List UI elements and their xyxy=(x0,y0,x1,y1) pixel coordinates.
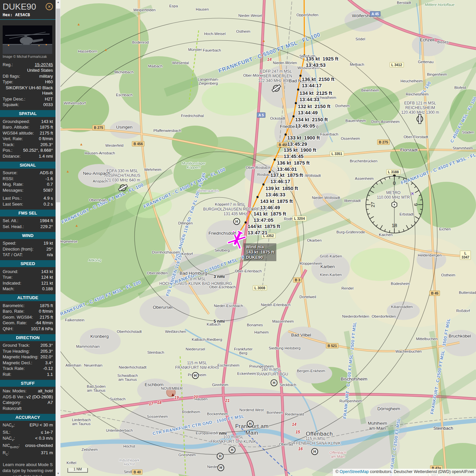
detail-label: Nav. Modes: xyxy=(3,388,26,394)
map-place-label: Heldenbergen xyxy=(418,253,442,257)
detail-row: Sel. Head.:229.2° xyxy=(0,224,56,230)
detail-row: ADS-B Ver.:v2 (DO-260B) xyxy=(0,394,56,400)
map-place-label: Friedrichsdorf xyxy=(209,231,236,236)
detail-label: QNH: xyxy=(3,326,14,332)
obstacle-icon: ▲ xyxy=(66,169,70,173)
map-place-label: Wiesental xyxy=(172,61,189,65)
detail-label: Sel. Head.: xyxy=(3,224,24,230)
sidebar-scrollbar[interactable]: ▲ ▼ xyxy=(56,0,60,476)
info-value: H60 xyxy=(45,79,53,85)
landuse-areas xyxy=(36,3,476,476)
detail-value: < 0.3 m/s xyxy=(35,436,53,443)
map-place-label: Schwalbach am Taunus xyxy=(117,374,138,381)
map-place-label: Weißkirchen xyxy=(165,330,186,334)
detail-label: RSSI: xyxy=(3,176,14,182)
scrollbar-thumb[interactable] xyxy=(56,9,60,202)
info-value: 0033 xyxy=(43,102,53,108)
detail-row: Magnetic Heading:202.0° xyxy=(0,354,56,360)
detail-row: Roll:1.1 xyxy=(0,372,56,377)
map-place-label: Bad Homburg xyxy=(179,271,207,276)
aircraft-info-row: DB flags:military xyxy=(0,73,56,79)
airspace-label: FRANKFURT - C 2500 FT MSL xyxy=(387,418,401,476)
map-place-label: Espa xyxy=(169,4,178,8)
map-place-label: Ober-Erlenbach xyxy=(235,269,261,273)
detail-value: 50.252°, 8.668° xyxy=(23,148,53,153)
detail-label: WGS84 altitude: xyxy=(3,131,34,136)
map-place-label: Dortelweil xyxy=(299,295,316,299)
map-place-label: Kloppenheim xyxy=(300,261,322,265)
detail-value: 19 kt xyxy=(44,241,53,246)
map-place-label: Friedrichsthal xyxy=(181,114,204,118)
detail-value: A7 xyxy=(48,400,53,406)
airspace-label: FRANKFURT - C 2500 FT MSL - 3500 FT MSL xyxy=(429,318,451,415)
registration-link[interactable]: 15-20745 xyxy=(35,62,53,68)
map-place-label: Maibach xyxy=(148,64,162,68)
junction-number: 21 xyxy=(225,398,229,403)
map-place-label: Altkönig xyxy=(88,258,101,262)
detail-value: ADS-B xyxy=(40,170,53,176)
copyright-symbol: © xyxy=(336,469,340,474)
map-place-label: Reichelsheim xyxy=(406,92,428,96)
section-header-direction: DIRECTION xyxy=(0,334,56,341)
map-place-label: Rosbach xyxy=(257,173,272,177)
detail-row: Speed:19 kt xyxy=(0,241,56,247)
map-place-label: Roßdorf xyxy=(456,309,470,313)
detail-value: 0.188 xyxy=(42,286,53,292)
info-value: military xyxy=(39,74,53,79)
info-label: DB flags: xyxy=(3,74,20,79)
map-place-label: Mammolshain xyxy=(76,344,100,348)
section-header-signal: SIGNAL xyxy=(0,162,56,169)
map-canvas[interactable]: 091827 3 nmi5 nmi10 nmiEDFP 247 m MSL OB… xyxy=(0,0,476,476)
aircraft-photo[interactable] xyxy=(3,25,52,54)
map-place-label: Westerfeld xyxy=(105,143,124,147)
obstacle-icon: ▲ xyxy=(104,48,108,52)
detail-value: 371 m xyxy=(41,450,53,457)
openstreetmap-link[interactable]: OpenStreetMap xyxy=(339,469,369,474)
map-place-label: Ockstadt xyxy=(270,116,285,120)
map-place-label: Mühlheim am Main xyxy=(368,421,387,431)
section-header-stuff: STUFF xyxy=(0,380,56,387)
detail-label: True: xyxy=(3,275,13,280)
roads xyxy=(58,0,476,476)
detail-value: 5087 xyxy=(43,188,53,193)
heliport-icon: H xyxy=(233,218,240,225)
map-place-label: Riederwald xyxy=(285,412,304,416)
map-place-label: Echzell xyxy=(420,37,434,42)
detail-row: Msg. Rate:0.7 xyxy=(0,182,56,188)
trail-history-label: 134 kt 2150 ft13:45:05 xyxy=(295,116,328,129)
close-icon[interactable]: ✕ xyxy=(46,3,53,10)
map-place-label: Södel xyxy=(355,37,365,41)
map-place-label: Griesheim xyxy=(178,453,196,457)
svg-text:27: 27 xyxy=(370,202,376,208)
detail-row: Barometric:1875 ft xyxy=(0,303,56,309)
airspace-corridors xyxy=(58,0,476,476)
map-place-label: Dorn-Assenheim xyxy=(371,120,400,124)
map-place-label: Dörnigheim xyxy=(377,406,400,411)
map-place-label: Europaviertel xyxy=(196,431,218,435)
detail-row: Source:ADS-B xyxy=(0,170,56,176)
map-place-label: Bad Vilbel xyxy=(291,333,311,337)
obstacle-icon: ▲ xyxy=(75,223,79,227)
map-place-label: Rodheim xyxy=(284,217,299,221)
map-place-label: Höchst xyxy=(123,444,135,448)
heliport-icon: H xyxy=(217,453,224,460)
info-label: Squawk: xyxy=(3,102,19,108)
junction-number: 20 xyxy=(193,395,198,399)
map-place-label: Munitionslager Köppern xyxy=(182,161,206,169)
detail-label: Category: xyxy=(3,400,21,406)
road-shield: B 40 xyxy=(132,469,142,475)
road-shield: B 275 xyxy=(92,125,105,130)
detail-row: Last Pos.:4.9 s xyxy=(0,196,56,202)
scroll-up-icon[interactable]: ▲ xyxy=(56,0,60,5)
detail-value: 143 kt xyxy=(41,269,53,275)
map-place-label: Ostheim xyxy=(236,29,251,33)
map-place-label: Bischofsheim xyxy=(341,377,367,381)
detail-row: Direction (from):25° xyxy=(0,246,56,252)
detail-value: 205.3° xyxy=(40,142,53,148)
map-place-label: Ober-Mörlen xyxy=(243,73,265,77)
junction-number: 15 xyxy=(296,430,300,434)
detail-value: 0.2 s xyxy=(44,202,53,207)
scroll-down-icon[interactable]: ▼ xyxy=(56,471,60,476)
small-aircraft-icon: ✈ xyxy=(409,190,416,197)
road-shield: A 5 xyxy=(257,112,265,118)
